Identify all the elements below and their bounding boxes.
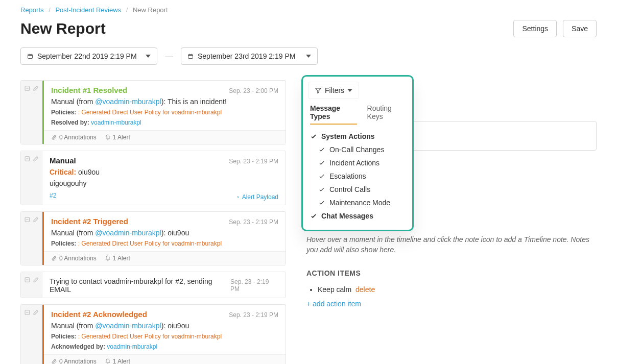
delete-action-link[interactable]: delete (355, 285, 375, 294)
collapse-icon[interactable] (24, 85, 31, 92)
attachment-icon (51, 358, 57, 364)
card-title: Incident #2 Triggered (51, 217, 128, 226)
chevron-down-icon (146, 55, 151, 58)
settings-button[interactable]: Settings (513, 20, 557, 37)
check-icon (310, 212, 317, 220)
filter-option-chat-messages[interactable]: Chat Messages (310, 209, 405, 223)
collapse-icon[interactable] (24, 216, 31, 223)
bell-icon (105, 134, 111, 140)
start-date-picker[interactable]: September 22nd 2019 2:19 PM (20, 47, 157, 65)
critical-label: Critical: (50, 168, 76, 176)
edit-icon[interactable] (33, 309, 39, 316)
filter-option-control-calls[interactable]: Control Calls (310, 183, 405, 196)
annotations-count[interactable]: 0 Annotations (59, 255, 97, 262)
policy-link[interactable]: : Generated Direct User Policy for voadm… (78, 240, 222, 247)
policy-link[interactable]: : Generated Direct User Policy for voadm… (78, 333, 222, 340)
breadcrumb-pir[interactable]: Post-Incident Reviews (55, 6, 121, 14)
calendar-icon (27, 53, 33, 59)
edit-icon[interactable] (33, 276, 39, 283)
timeline-card: Trying to contact voadmin-mburakpl for #… (20, 272, 286, 298)
user-link[interactable]: @voadmin-mburakpl (95, 98, 161, 106)
details-column: Filters Message Types Routing Keys Syste… (306, 80, 597, 308)
filters-button[interactable]: Filters (308, 82, 359, 99)
card-title: Incident #1 Resolved (51, 86, 127, 94)
collapse-icon[interactable] (24, 309, 31, 316)
tab-message-types[interactable]: Message Types (310, 104, 357, 125)
chevron-right-icon (236, 195, 240, 200)
attachment-icon (51, 134, 57, 140)
timeline-card: Manual Sep. 23 - 2:19 PM Critical: oiu9o… (20, 151, 286, 205)
check-icon (318, 159, 325, 166)
timeline-column: Incident #1 Resolved Sep. 23 - 2:00 PM M… (20, 80, 286, 364)
check-icon (318, 186, 325, 193)
filter-icon (315, 87, 322, 94)
card-title: Manual (50, 156, 76, 165)
card-time: Sep. 23 - 2:19 PM (230, 278, 278, 293)
svg-rect-0 (28, 55, 33, 59)
calendar-icon (187, 53, 194, 59)
date-dash: — (165, 52, 173, 60)
filter-option-incident-actions[interactable]: Incident Actions (310, 156, 405, 169)
ack-label: Acknowledged by: (51, 343, 107, 350)
card-title: Incident #2 Acknowledged (51, 310, 147, 319)
svg-rect-1 (188, 55, 193, 59)
policy-link[interactable]: : Generated Direct User Policy for voadm… (78, 109, 222, 116)
card-text: Manual (from (51, 322, 95, 330)
incident-number-link[interactable]: #2 (50, 192, 56, 199)
annotations-count[interactable]: 0 Annotations (59, 134, 97, 141)
filter-option-maintenance-mode[interactable]: Maintenance Mode (310, 196, 405, 209)
action-item: Keep calm delete (318, 284, 597, 295)
policies-label: Policies: (51, 240, 78, 247)
policies-label: Policies: (51, 109, 78, 116)
card-time: Sep. 23 - 2:00 PM (229, 87, 278, 94)
filter-option-on-call-changes[interactable]: On-Call Changes (310, 143, 405, 156)
breadcrumb-reports[interactable]: Reports (20, 6, 44, 14)
alert-payload-link[interactable]: Alert Payload (236, 193, 278, 201)
end-date-text: September 23rd 2019 2:19 PM (198, 52, 295, 60)
collapse-icon[interactable] (24, 276, 31, 283)
card-text: oiu9ou (76, 168, 100, 176)
page-title: New Report (20, 20, 106, 37)
resolved-label: Resolved by: (51, 119, 91, 126)
edit-icon[interactable] (33, 216, 39, 223)
breadcrumb-current: New Report (133, 6, 168, 14)
filter-option-system-actions[interactable]: System Actions (310, 130, 405, 143)
filters-label: Filters (325, 86, 344, 94)
check-icon (310, 133, 317, 140)
alerts-count[interactable]: 1 Alert (113, 358, 130, 364)
user-link[interactable]: @voadmin-mburakpl (95, 322, 161, 330)
bell-icon (105, 358, 111, 364)
timeline-notes-hint: Hover over a moment in the timeline and … (306, 235, 597, 255)
filters-popover: Filters Message Types Routing Keys Syste… (301, 75, 414, 231)
user-link[interactable]: @voadmin-mburakpl (95, 229, 161, 237)
chevron-down-icon (306, 55, 311, 58)
timeline-card: Incident #1 Resolved Sep. 23 - 2:00 PM M… (20, 80, 286, 144)
user-link[interactable]: voadmin-mburakpl (107, 343, 157, 350)
save-button[interactable]: Save (563, 20, 597, 37)
breadcrumb: Reports / Post-Incident Reviews / New Re… (20, 6, 597, 14)
collapse-icon[interactable] (24, 155, 31, 162)
card-time: Sep. 23 - 2:19 PM (229, 311, 278, 319)
add-action-item-link[interactable]: + add action item (306, 300, 597, 308)
edit-icon[interactable] (33, 85, 39, 92)
card-time: Sep. 23 - 2:19 PM (229, 219, 278, 226)
action-item-text: Keep calm (318, 285, 351, 294)
user-link[interactable]: voadmin-mburakpl (91, 119, 141, 126)
tab-routing-keys[interactable]: Routing Keys (367, 104, 405, 125)
chevron-down-icon (347, 89, 352, 92)
end-date-picker[interactable]: September 23rd 2019 2:19 PM (181, 47, 318, 65)
policies-label: Policies: (51, 333, 78, 340)
edit-icon[interactable] (33, 155, 39, 162)
check-icon (318, 199, 325, 206)
filter-option-escalations[interactable]: Escalations (310, 169, 405, 183)
annotations-count[interactable]: 0 Annotations (59, 358, 97, 364)
card-text: Manual (from (51, 229, 95, 237)
card-time: Sep. 23 - 2:19 PM (229, 158, 278, 165)
attachment-icon (51, 255, 57, 261)
card-text: ): This is an incident! (161, 98, 227, 106)
card-text: Trying to contact voadmin-mburakpl for #… (50, 277, 230, 294)
alerts-count[interactable]: 1 Alert (113, 134, 130, 141)
check-icon (318, 146, 325, 153)
card-text: uigougouhy (50, 179, 278, 187)
alerts-count[interactable]: 1 Alert (113, 255, 130, 262)
